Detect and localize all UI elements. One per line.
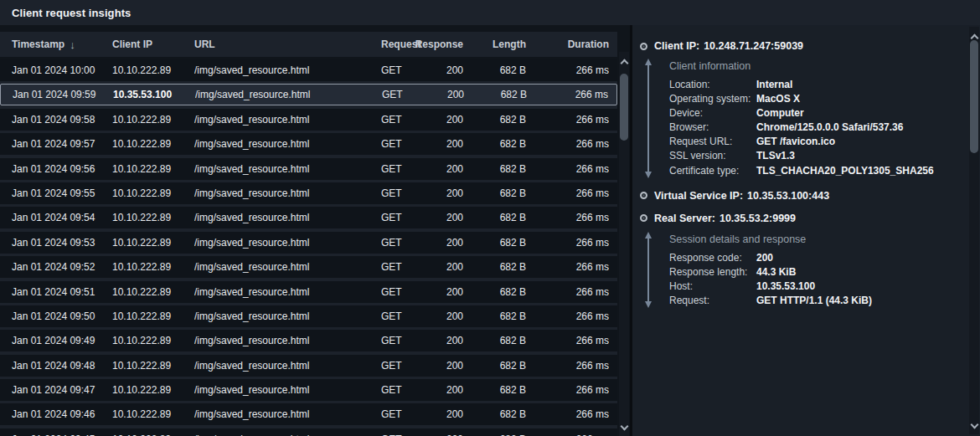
hop-value: 10.35.53.2:9999 [720,213,796,224]
field-label: Browser: [669,122,756,133]
column-header-client-ip[interactable]: Client IP [112,38,194,50]
table-row[interactable]: Jan 01 2024 09:45 10.10.222.89 /img/save… [0,428,617,436]
node-circle-icon [640,192,647,199]
table-row[interactable]: Jan 01 2024 09:49 10.10.222.89 /img/save… [0,330,617,351]
cell-response: 200 [423,408,463,420]
cell-timestamp: Jan 01 2024 09:47 [12,384,112,396]
cell-response: 200 [423,384,463,396]
table-header: Timestamp ↓ Client IP URL Request Respon… [0,32,617,57]
cell-response: 200 [423,286,463,298]
cell-duration: 266 ms [526,335,609,346]
cell-response: 200 [423,187,463,199]
cell-duration: 266 ms [526,212,609,223]
cell-timestamp: Jan 01 2024 09:46 [12,408,112,420]
cell-url: /img/saved_resource.html [194,163,381,175]
cell-client-ip: 10.10.222.89 [112,335,194,346]
table-row[interactable]: Jan 01 2024 09:48 10.10.222.89 /img/save… [0,355,617,377]
table-row[interactable]: Jan 01 2024 09:58 10.10.222.89 /img/save… [0,109,617,131]
cell-timestamp: Jan 01 2024 09:51 [12,286,112,298]
column-header-url[interactable]: URL [194,38,381,50]
detail-field: Device: Computer [669,108,958,119]
table-row[interactable]: Jan 01 2024 09:50 10.10.222.89 /img/save… [0,305,617,327]
table-row[interactable]: Jan 01 2024 09:53 10.10.222.89 /img/save… [0,232,617,254]
table-row[interactable]: Jan 01 2024 09:59 10.35.53.100 /img/save… [0,84,617,105]
cell-url: /img/saved_resource.html [194,261,381,273]
table-row[interactable]: Jan 01 2024 09:51 10.10.222.89 /img/save… [0,281,617,303]
detail-field: Response length: 44.3 KiB [669,267,958,278]
cell-client-ip: 10.10.222.89 [112,163,194,175]
field-label: SSL version: [669,151,756,162]
field-value: MacOS X [756,94,800,105]
field-value: TLS_CHACHA20_POLY1305_SHA256 [756,166,934,177]
field-label: Request URL: [669,136,756,147]
request-detail-pane: Client IP: 10.248.71.247:59039 Client in… [632,25,980,436]
column-header-timestamp[interactable]: Timestamp ↓ [12,38,112,51]
table-row[interactable]: Jan 01 2024 09:52 10.10.222.89 /img/save… [0,256,617,278]
cell-request: GET [381,286,423,298]
cell-response: 200 [423,212,463,223]
table-row[interactable]: Jan 01 2024 09:54 10.10.222.89 /img/save… [0,207,617,228]
cell-duration: 266 ms [526,384,609,396]
cell-timestamp: Jan 01 2024 09:55 [12,187,112,199]
cell-request: GET [381,138,423,150]
table-row[interactable]: Jan 01 2024 09:47 10.10.222.89 /img/save… [0,379,617,401]
cell-length: 682 B [463,163,526,175]
scroll-down-icon[interactable] [620,423,628,431]
cell-length: 682 B [463,64,526,76]
field-label: Request: [669,295,756,306]
cell-timestamp: Jan 01 2024 09:58 [12,114,112,126]
cell-duration: 266 ms [526,64,609,76]
cell-timestamp: Jan 01 2024 09:54 [12,212,112,223]
cell-timestamp: Jan 01 2024 09:52 [12,261,112,273]
cell-length: 682 B [463,310,526,322]
detail-content: Client IP: 10.248.71.247:59039 Client in… [632,25,980,310]
cell-length: 682 B [463,212,526,223]
column-header-length[interactable]: Length [463,38,526,50]
detail-field: Operating system: MacOS X [669,94,958,105]
table-row[interactable]: Jan 01 2024 09:56 10.10.222.89 /img/save… [0,158,617,180]
cell-length: 682 B [463,138,526,150]
hop-label: Client IP: [654,40,699,52]
cell-duration: 266 ms [526,261,609,273]
cell-client-ip: 10.10.222.89 [112,286,194,298]
cell-timestamp: Jan 01 2024 09:57 [12,138,112,150]
scroll-down-icon[interactable] [970,421,978,429]
table-scrollbar-thumb[interactable] [620,74,628,141]
client-information-section: Client information Location: Internal Op… [640,58,958,180]
table-row[interactable]: Jan 01 2024 09:46 10.10.222.89 /img/save… [0,403,617,425]
table-row[interactable]: Jan 01 2024 09:55 10.10.222.89 /img/save… [0,182,617,204]
field-value: Chrome/125.0.0.0 Safari/537.36 [756,122,903,133]
cell-length: 682 B [463,114,526,126]
scroll-up-icon[interactable] [620,59,628,68]
cell-length: 682 B [463,286,526,298]
hop-label: Real Server: [654,213,715,224]
virtual-service-hop: Virtual Service IP: 10.35.53.100:443 [640,190,958,202]
cell-url: /img/saved_resource.html [194,138,381,150]
cell-client-ip: 10.10.222.89 [112,310,194,322]
cell-url: /img/saved_resource.html [194,310,381,322]
detail-scrollbar[interactable] [969,27,979,434]
cell-response: 200 [423,138,463,150]
cell-request: GET [381,261,423,273]
field-value: 200 [756,253,773,264]
column-header-duration[interactable]: Duration [526,38,609,50]
hop-value: 10.248.71.247:59039 [704,40,803,52]
column-header-response[interactable]: Response [423,38,463,50]
request-table-pane: Timestamp ↓ Client IP URL Request Respon… [0,25,631,436]
cell-request: GET [381,237,423,249]
sort-descending-icon: ↓ [70,38,75,51]
cell-response: 200 [423,360,463,372]
table-row[interactable]: Jan 01 2024 09:57 10.10.222.89 /img/save… [0,133,617,155]
node-circle-icon [640,43,647,50]
table-row[interactable]: Jan 01 2024 10:00 10.10.222.89 /img/save… [0,59,617,81]
cell-response: 200 [423,237,463,249]
table-body: Jan 01 2024 10:00 10.10.222.89 /img/save… [0,59,617,436]
detail-scrollbar-thumb[interactable] [970,40,978,153]
cell-request: GET [382,89,424,100]
cell-length: 682 B [463,360,526,372]
field-value: Computer [756,108,804,119]
field-value: 10.35.53.100 [756,281,815,292]
table-scrollbar[interactable] [619,52,629,436]
cell-client-ip: 10.10.222.89 [112,212,194,223]
cell-duration: 266 ms [526,310,609,322]
